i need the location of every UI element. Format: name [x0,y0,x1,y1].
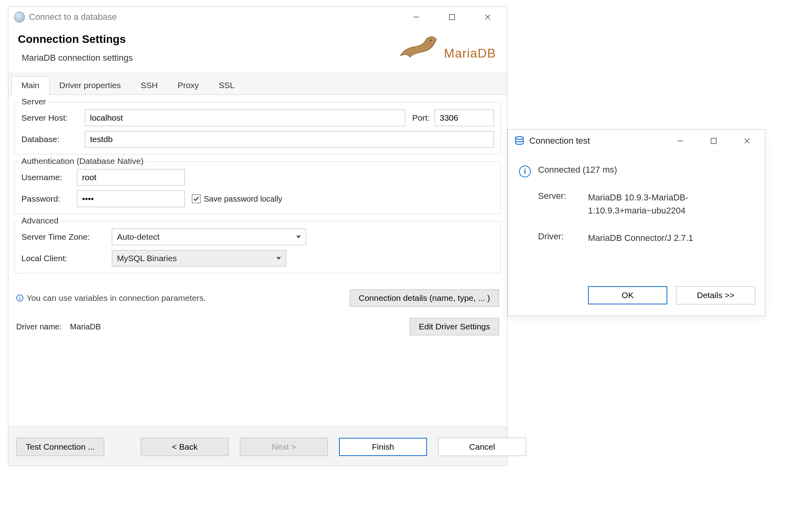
close-button[interactable] [479,9,497,25]
edit-driver-settings-button[interactable]: Edit Driver Settings [410,318,499,335]
window-title: Connect to a database [29,12,407,22]
server-host-label: Server Host: [21,113,85,123]
minimize-button[interactable] [407,9,425,25]
driver-value: MariaDB Connector/J 2.7.1 [588,231,754,244]
app-icon [14,12,25,23]
maximize-button[interactable] [443,9,461,25]
ok-button[interactable]: OK [588,286,667,304]
group-advanced-legend: Advanced [19,216,61,225]
server-value: MariaDB 10.9.3-MariaDB-1:10.9.3+maria~ub… [588,191,754,217]
next-button[interactable]: Next > [240,438,328,456]
finish-button[interactable]: Finish [339,438,427,456]
variables-hint: You can use variables in connection para… [27,293,206,303]
tab-ssh[interactable]: SSH [131,76,168,94]
form-body: Server Server Host: Port: Database: Auth… [8,95,507,426]
details-button[interactable]: Details >> [676,286,755,304]
connection-status: Connected (127 ms) [538,165,617,175]
tab-driver-properties[interactable]: Driver properties [50,76,131,94]
password-input[interactable] [77,190,185,207]
database-input[interactable] [85,131,494,148]
driver-name-label: Driver name: [16,322,61,331]
password-label: Password: [21,194,77,204]
wizard-header: Connection Settings MariaDB connection s… [8,27,507,73]
group-server: Server Server Host: Port: Database: [15,102,501,154]
save-password-label: Save password locally [204,194,282,204]
tab-proxy[interactable]: Proxy [168,76,209,94]
port-label: Port: [412,113,430,123]
database-label: Database: [21,135,85,144]
svg-rect-7 [711,138,716,143]
server-host-input[interactable] [85,110,405,126]
tab-strip: Main Driver properties SSH Proxy SSL [8,73,507,95]
cancel-button[interactable]: Cancel [438,438,526,456]
username-input[interactable] [77,169,185,186]
svg-point-4 [430,40,432,41]
tab-main[interactable]: Main [11,76,50,95]
page-title: Connection Settings [18,33,133,46]
port-input[interactable] [435,110,494,126]
dialog-body: i Connected (127 ms) Server: MariaDB 10.… [508,152,765,286]
save-password-checkbox[interactable] [192,194,201,203]
timezone-label: Server Time Zone: [21,232,112,242]
connection-test-dialog: Connection test i Connected (127 ms) Ser… [508,129,765,316]
dialog-title: Connection test [529,136,671,146]
sealion-icon [397,33,441,61]
page-subtitle: MariaDB connection settings [22,53,133,63]
svg-rect-1 [450,15,455,20]
wizard-footer: Test Connection ... < Back Next > Finish… [8,426,507,466]
connection-details-button[interactable]: Connection details (name, type, ... ) [350,289,500,307]
local-client-select[interactable]: MySQL Binaries [112,250,286,267]
dialog-close-button[interactable] [738,133,756,149]
titlebar: Connect to a database [8,7,507,27]
local-client-value: MySQL Binaries [117,254,177,263]
back-button[interactable]: < Back [141,438,229,456]
brand-text: MariaDB [444,46,496,61]
test-connection-button[interactable]: Test Connection ... [16,438,104,456]
dialog-minimize-button[interactable] [671,133,689,149]
timezone-select[interactable]: Auto-detect [112,229,306,245]
mariadb-logo: MariaDB [397,33,498,61]
group-advanced: Advanced Server Time Zone: Auto-detect L… [15,221,501,273]
dialog-titlebar: Connection test [508,130,765,152]
username-label: Username: [21,173,77,182]
tab-ssl[interactable]: SSL [209,76,245,94]
dialog-footer: OK Details >> [508,286,765,316]
dialog-maximize-button[interactable] [705,133,723,149]
info-icon: i [16,294,23,302]
database-icon [514,136,525,146]
connection-wizard-window: Connect to a database Connection Setting… [8,6,508,466]
local-client-label: Local Client: [21,254,112,263]
driver-name-value: MariaDB [70,322,101,331]
group-auth: Authentication (Database Native) Usernam… [15,162,501,214]
svg-point-5 [515,136,523,139]
timezone-value: Auto-detect [117,232,159,242]
server-label: Server: [538,191,582,217]
group-server-legend: Server [19,97,48,106]
driver-label: Driver: [538,231,582,244]
info-icon: i [519,165,531,177]
group-auth-legend: Authentication (Database Native) [19,156,146,166]
